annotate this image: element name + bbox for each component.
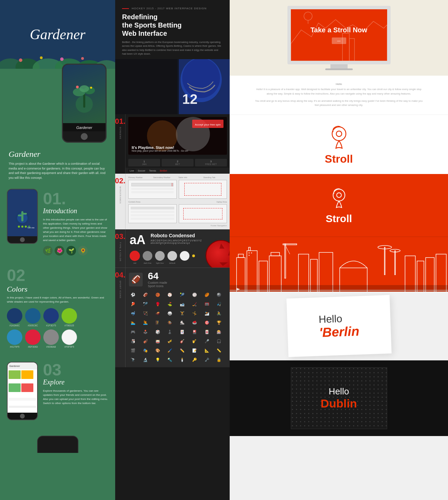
phone-intro: Get started [7, 189, 38, 244]
svg-point-22 [18, 226, 20, 228]
city-svg [230, 237, 448, 292]
icon-cell-10: 🥊 [154, 300, 162, 308]
explore-body: Explore thousands of gardeners. You can … [43, 389, 108, 405]
icon-cell-54: 📐 [203, 346, 211, 355]
explore-section: Gardener 03 [0, 358, 115, 424]
section-01-number: 01. [115, 118, 125, 125]
red-accent-line [122, 8, 129, 9]
gardener-section-desc: This project is about the Gardener which… [9, 162, 107, 180]
redefining-desc: BetBet - the linking platform on the Eur… [122, 40, 223, 56]
icon-cell-63: 🔒 [215, 356, 223, 364]
icon-cell-41: 🎻 [141, 337, 150, 345]
section-02: 02. WIREFRAMES Primary Navbar Secondary … [115, 174, 230, 229]
swatch-label-5: #4175F5 [7, 346, 22, 348]
section-01-inner: 01. SCREENS It's Playtime. Start now! [115, 114, 230, 174]
svg-point-45 [336, 131, 342, 137]
svg-point-8 [60, 57, 64, 61]
icon-cell-43: 🎺 [166, 337, 174, 345]
icon-cell-39: 🎰 [215, 328, 223, 336]
icon-cell-58: 💡 [154, 356, 162, 364]
icon-cell-61: 🔑 [190, 356, 199, 364]
gardener-header: Gardener [0, 0, 115, 69]
swatch-8 [62, 329, 77, 345]
bet-bar: 1 JAN 2 BET 3 FREE BET [125, 157, 230, 168]
swatch-label-1: #1A3A6C [7, 324, 22, 327]
phone-intro-btn [20, 237, 25, 242]
icon-cell-56: 🔭 [129, 356, 137, 364]
svg-rect-74 [249, 255, 250, 256]
wf-labels-top: Primary Navbar Secondary Navbar Table In… [128, 176, 227, 178]
phone-mockup-main: Gardener [62, 64, 107, 143]
nav-bar: Live Soccer Tennis BetBet [125, 168, 230, 174]
icon-cell-35: ♟️ [166, 328, 174, 336]
section-04-sub: SPORT ICONS [119, 281, 121, 298]
icon-cell-57: 🔬 [141, 356, 150, 364]
wf-box-3 [128, 204, 177, 223]
icon-cell-16: 🤿 [129, 309, 137, 317]
icon-cell-20: 🏋️ [178, 309, 186, 317]
icon-cell-1: 🏈 [141, 291, 150, 299]
berlin-paper: Hello 'Berlin [286, 295, 392, 357]
svg-point-14 [79, 85, 89, 92]
icon-cell-9: 🏸 [141, 300, 150, 308]
icon-cell-18: 🛷 [154, 309, 162, 317]
icon-cell-53: 📝 [190, 346, 199, 355]
font-chars-lower: abcdefghijklmnopqrstuvwxyz [151, 242, 202, 244]
icon-cell-52: ✏️ [178, 346, 186, 355]
swatch-4 [62, 308, 77, 324]
icon-cell-0: ⚽ [129, 291, 137, 299]
swatch-label-2: #305C8C [25, 324, 41, 327]
icon-cell-46: 🎤 [203, 337, 211, 345]
berlin-text: Hello 'Berlin [311, 305, 367, 347]
plant-icon-4: 🌻 [78, 246, 88, 256]
wf-grid-bottom [128, 204, 227, 223]
icon-cell-24: 🏊 [129, 318, 137, 327]
section-04-number: 04. [115, 271, 125, 279]
icon-cell-49: 🎭 [141, 346, 150, 355]
section-03-inner: 03. TYPE & COLOR aA Roboto Condensed ABC… [115, 229, 230, 268]
svg-marker-38 [219, 243, 225, 249]
icon-cell-15: 🎣 [215, 300, 223, 308]
phone-home-btn[interactable] [81, 133, 88, 140]
stroll-pin-white-logo [329, 186, 349, 210]
svg-point-46 [333, 189, 345, 201]
explore-row: Gardener 03 [7, 362, 108, 420]
svg-rect-43 [349, 39, 354, 61]
colors-section: 02 Colors In this project, I have used 8… [0, 261, 115, 355]
eyebrow-text: HOCKEY 2015 - 2017 WEB INTERFACE DESIGN [132, 7, 207, 10]
hello-berlin-section: Hello 'Berlin [230, 292, 448, 360]
swatch-label-4: #79E025 [62, 324, 77, 327]
plant-icons: 🌿 🌺 🌱 🌻 [43, 246, 108, 256]
bet-3[interactable]: 3 FREE BET [195, 159, 227, 166]
game-preview: It's Playtime. Start now! Now play, plac… [128, 117, 227, 155]
stroll-desc2: You stroll and go to any bonus shop alon… [253, 99, 425, 108]
swatch-label-3: #1F3D75 [43, 324, 59, 327]
section-01-num-col: 01. SCREENS [115, 114, 125, 174]
icon-cell-42: 🥁 [154, 337, 162, 345]
swatches-row-1: #1A3A6C #305C8C #1F3D75 #79E025 [7, 308, 108, 327]
swatch-6 [25, 329, 41, 345]
svg-point-23 [21, 226, 23, 228]
plant-icon-2: 🌺 [55, 246, 64, 256]
svg-rect-21 [23, 213, 27, 215]
monitor-button[interactable]: — [332, 37, 346, 44]
wf-labels-mid: Content Area Inplay Area [128, 201, 227, 203]
section-02-sub: WIREFRAMES [119, 186, 121, 204]
ep-header: Gardener [8, 362, 37, 369]
section-04-num-col: 04. SPORT ICONS [115, 268, 125, 367]
bet-1[interactable]: 1 JAN [128, 159, 160, 166]
game-title: It's Playtime. Start now! [132, 145, 188, 150]
icon-cell-29: 🥌 [190, 318, 199, 327]
bet-2[interactable]: 2 BET [162, 159, 194, 166]
color-dot-white [180, 251, 189, 261]
wf-box-1 [128, 180, 177, 199]
wf-box-4 [179, 204, 227, 223]
icon-cell-40: 🎳 [129, 337, 137, 345]
svg-rect-72 [249, 252, 250, 253]
icon-cell-60: 🕯️ [178, 356, 186, 364]
svg-point-41 [304, 12, 312, 20]
phone-label: Gardener [76, 126, 92, 130]
swatch-2 [25, 308, 41, 324]
icon-cell-12: 🎿 [178, 300, 186, 308]
font-sample: aA [130, 233, 145, 247]
